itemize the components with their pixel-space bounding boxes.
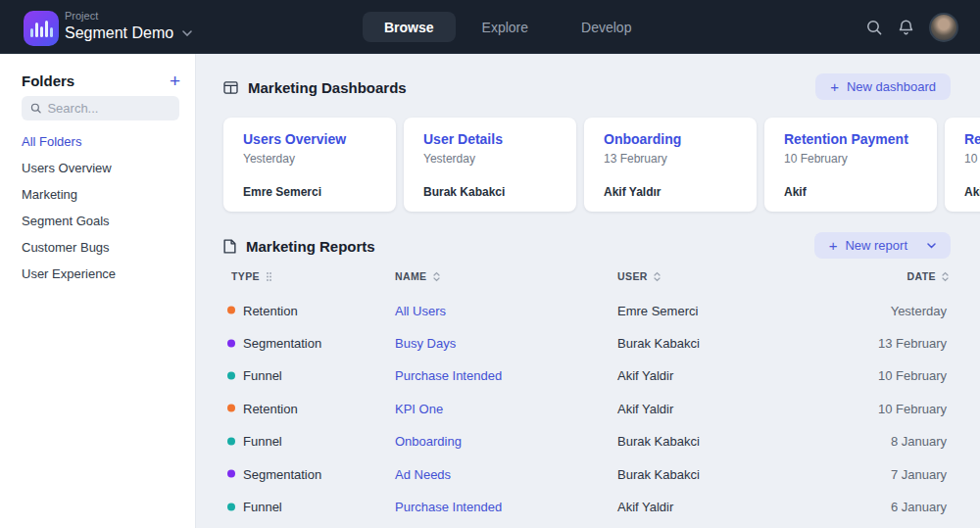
report-type: Funnel — [227, 500, 282, 514]
report-type: Funnel — [227, 434, 282, 449]
table-row[interactable]: Retention All Users Emre Semerci Yesterd… — [196, 294, 980, 326]
report-name-link[interactable]: Purchase Intended — [395, 368, 502, 383]
card-title[interactable]: Retention Payment — [784, 130, 917, 148]
project-label: Project — [65, 9, 192, 23]
project-switcher[interactable]: Project Segment Demo — [65, 9, 192, 44]
report-date: 6 January — [891, 500, 947, 514]
table-row[interactable]: Retention KPI One Akif Yaldir 10 Februar… — [196, 392, 980, 424]
report-name-link[interactable]: Purchase Intended — [395, 500, 502, 514]
search-icon[interactable] — [865, 19, 883, 36]
sidebar-item-user-experience[interactable]: User Experience — [22, 264, 185, 284]
search-input[interactable] — [47, 101, 171, 116]
report-user: Burak Kabakci — [617, 466, 700, 481]
nav-tab-browse[interactable]: Browse — [363, 12, 456, 42]
table-row[interactable]: Funnel Purchase Intended Akif Yaldir 6 J… — [196, 490, 980, 522]
type-label: Segmentation — [243, 336, 321, 351]
type-dot-icon — [227, 307, 235, 314]
table-row[interactable]: Funnel Purchase Intended Akif Yaldir 10 … — [196, 360, 980, 392]
report-name-link[interactable]: KPI One — [395, 401, 443, 415]
nav-tab-explore[interactable]: Explore — [456, 20, 555, 35]
report-user: Akif Yaldir — [617, 368, 673, 383]
card-title[interactable]: Ret — [964, 130, 980, 148]
user-avatar[interactable] — [929, 13, 958, 42]
filter-icon — [266, 271, 272, 282]
main-content: Marketing Dashboards + New dashboard Use… — [196, 54, 980, 528]
topbar-actions — [865, 0, 958, 54]
report-type: Retention — [227, 303, 298, 317]
report-name-link[interactable]: Ad Needs — [395, 466, 451, 481]
folders-title: Folders — [22, 72, 74, 89]
dashboard-card[interactable]: Users Overview Yesterday Emre Semerci — [223, 118, 396, 212]
folder-search[interactable] — [22, 96, 179, 120]
sort-icon — [942, 271, 949, 282]
table-row[interactable]: Segmentation Ad Needs Burak Kabakci 7 Ja… — [196, 457, 980, 490]
nav-tab-develop[interactable]: Develop — [555, 20, 658, 35]
sidebar-item-segment-goals[interactable]: Segment Goals — [22, 212, 185, 231]
dashboard-card[interactable]: User Details Yesterday Burak Kabakci — [404, 118, 576, 212]
report-date: 10 February — [878, 401, 947, 415]
column-label: USER — [617, 270, 648, 282]
sidebar-item-customer-bugs[interactable]: Customer Bugs — [22, 238, 185, 258]
report-name-link[interactable]: Busy Days — [395, 336, 456, 351]
card-title[interactable]: User Details — [423, 130, 557, 148]
table-row[interactable]: Funnel Onboarding Burak Kabakci 8 Januar… — [196, 425, 980, 457]
card-date: 13 February — [604, 151, 737, 167]
column-header-date[interactable]: DATE — [907, 270, 949, 282]
type-dot-icon — [227, 503, 235, 510]
card-title[interactable]: Onboarding — [604, 130, 737, 148]
column-header-type[interactable]: TYPE — [231, 270, 272, 282]
type-label: Retention — [243, 401, 298, 415]
new-report-label: New report — [845, 238, 907, 253]
card-date: Yesterday — [243, 151, 376, 167]
sidebar-item-all-folders[interactable]: All Folders — [22, 132, 185, 152]
dashboard-card[interactable]: Onboarding 13 February Akif Yaldır — [584, 118, 757, 212]
type-dot-icon — [227, 405, 235, 412]
report-icon — [223, 239, 236, 254]
report-user: Akif Yaldir — [617, 401, 673, 415]
report-name-link[interactable]: Onboarding — [395, 434, 462, 449]
dashboard-card-clipped[interactable]: Ret 10 F Akif — [945, 118, 980, 212]
column-label: NAME — [395, 270, 427, 282]
topbar: Project Segment Demo Browse Explore Deve… — [0, 0, 980, 54]
reports-table-header: TYPE NAME USER DATE — [196, 270, 980, 286]
new-dashboard-label: New dashboard — [847, 79, 936, 94]
table-row[interactable]: Segmentation Busy Days Burak Kabakci 13 … — [196, 326, 980, 359]
sidebar-item-marketing[interactable]: Marketing — [22, 185, 185, 205]
chevron-down-icon — [182, 30, 192, 36]
new-report-button[interactable]: + New report — [814, 232, 951, 259]
chevron-down-icon — [927, 243, 936, 249]
bell-icon[interactable] — [898, 19, 914, 36]
card-owner: Akif — [784, 185, 917, 199]
dashboard-icon — [223, 81, 238, 94]
column-header-user[interactable]: USER — [617, 270, 661, 282]
type-label: Retention — [243, 303, 298, 317]
type-dot-icon — [227, 371, 235, 379]
report-date: Yesterday — [891, 303, 947, 317]
type-dot-icon — [227, 470, 235, 478]
report-date: 7 January — [891, 466, 947, 481]
plus-icon: + — [829, 238, 838, 253]
sidebar-item-users-overview[interactable]: Users Overview — [22, 159, 185, 178]
report-date: 13 February — [878, 336, 947, 351]
card-date: 10 February — [784, 151, 917, 167]
report-type: Segmentation — [227, 336, 321, 351]
folder-list: All Folders Users Overview Marketing Seg… — [22, 132, 185, 291]
add-folder-button[interactable]: + — [170, 72, 180, 90]
main-nav: Browse Explore Develop — [363, 12, 658, 42]
sort-icon — [433, 271, 440, 282]
card-date: 10 F — [964, 151, 980, 167]
column-header-name[interactable]: NAME — [395, 270, 440, 282]
type-label: Segmentation — [243, 466, 321, 481]
app-root: { "topbar": { "project_label": "Project"… — [0, 0, 980, 528]
new-dashboard-button[interactable]: + New dashboard — [815, 73, 951, 100]
report-name-link[interactable]: All Users — [395, 303, 446, 317]
sort-icon — [654, 271, 661, 282]
reports-section-header: Marketing Reports — [223, 234, 375, 258]
dashboard-card[interactable]: Retention Payment 10 February Akif — [764, 118, 937, 212]
search-icon — [30, 102, 41, 115]
card-title[interactable]: Users Overview — [243, 130, 376, 148]
report-date: 10 February — [878, 368, 947, 383]
card-date: Yesterday — [423, 151, 557, 167]
app-logo-icon[interactable] — [24, 11, 59, 46]
sidebar: Folders + All Folders Users Overview Mar… — [0, 54, 196, 528]
